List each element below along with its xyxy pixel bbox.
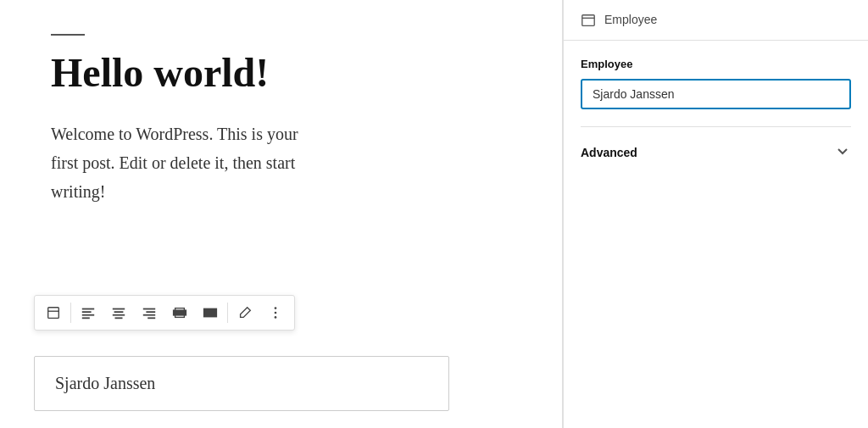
body-line-3: writing!: [51, 182, 105, 201]
toolbar-align-full-button[interactable]: [195, 297, 225, 328]
svg-point-17: [275, 307, 277, 309]
svg-rect-0: [48, 308, 59, 319]
toolbar-separator-1: [70, 303, 71, 323]
svg-rect-3: [82, 311, 92, 313]
svg-rect-4: [82, 314, 94, 316]
svg-rect-9: [115, 317, 123, 319]
svg-rect-2: [82, 308, 94, 310]
advanced-title: Advanced: [581, 146, 637, 159]
svg-rect-13: [147, 317, 155, 319]
employee-field-label: Employee: [581, 58, 851, 70]
post-title: Hello world!: [51, 51, 511, 96]
svg-rect-12: [143, 314, 155, 316]
toolbar-more-button[interactable]: [260, 297, 291, 328]
toolbar-align-right-button[interactable]: [134, 297, 164, 328]
toolbar-align-left-button[interactable]: [73, 297, 103, 328]
block-toolbar-wrapper: [34, 295, 295, 331]
tab-icon: [581, 12, 596, 28]
svg-rect-16: [203, 308, 217, 318]
svg-rect-10: [143, 308, 155, 310]
toolbar-separator-2: [227, 303, 228, 323]
toolbar-edit-button[interactable]: [230, 297, 260, 328]
body-line-2: first post. Edit or delete it, then star…: [51, 153, 295, 172]
sidebar: Employee Employee Advanced: [563, 0, 868, 428]
sidebar-tab-label: Employee: [604, 13, 657, 26]
sidebar-content: Employee Advanced: [564, 41, 868, 184]
toolbar-block-icon-button[interactable]: [38, 297, 69, 328]
employee-field-input[interactable]: [581, 79, 851, 109]
advanced-section: Advanced: [581, 126, 851, 167]
block-toolbar: [34, 295, 295, 331]
svg-rect-20: [582, 14, 594, 25]
svg-point-19: [275, 316, 277, 319]
svg-point-18: [275, 312, 277, 314]
sidebar-tab[interactable]: Employee: [564, 0, 868, 41]
toolbar-align-center-button[interactable]: [103, 297, 134, 328]
svg-rect-7: [114, 311, 124, 313]
divider-line: [51, 34, 85, 36]
editor-content-area: Hello world! Welcome to WordPress. This …: [0, 0, 563, 428]
post-body: Welcome to WordPress. This is your first…: [51, 120, 511, 206]
chevron-down-icon: [834, 142, 851, 164]
body-line-1: Welcome to WordPress. This is your: [51, 125, 298, 143]
svg-rect-8: [113, 314, 125, 316]
block-card: Sjardo Janssen: [34, 356, 449, 411]
advanced-header[interactable]: Advanced: [581, 139, 851, 167]
toolbar-align-wide-button[interactable]: [164, 297, 195, 328]
block-card-text: Sjardo Janssen: [55, 374, 155, 392]
svg-rect-6: [113, 308, 125, 310]
svg-rect-5: [82, 317, 90, 319]
svg-rect-11: [146, 311, 155, 313]
